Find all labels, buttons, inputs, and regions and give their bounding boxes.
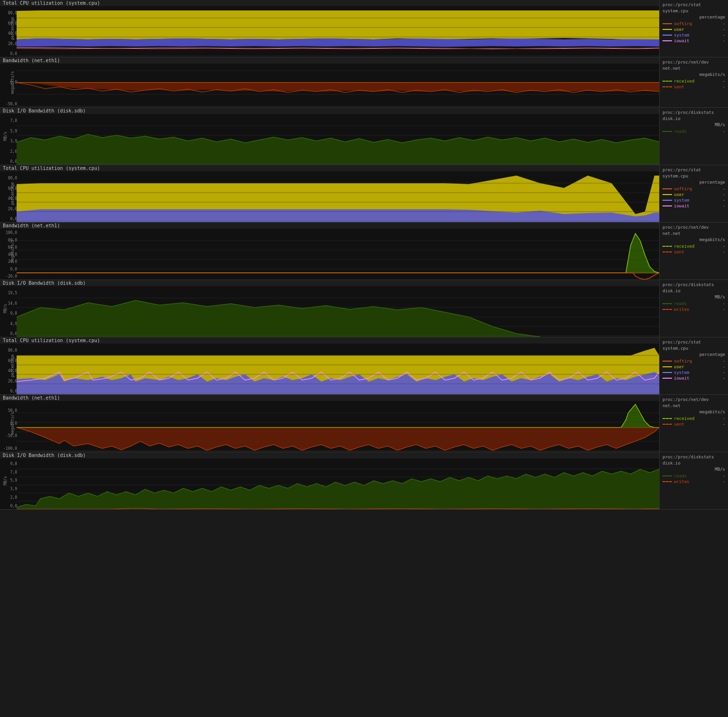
- sidebar-unit-cpu2: percentage: [663, 180, 725, 185]
- svg-marker-1: [17, 38, 659, 47]
- y-axis-bw2: 120,0100,080,060,040,020,00,0-20,0: [0, 223, 18, 279]
- chart-title-disk1: Disk I/O Bandwidth (disk.sdb): [0, 108, 659, 114]
- chart-main-cpu2: Total CPU utilization (system.cpu) 100,0…: [0, 165, 659, 222]
- legend-received-1: received -: [663, 79, 725, 84]
- y-axis-cpu1: 100,080,060,040,020,00,0: [0, 0, 18, 57]
- legend-sent-1: sent -: [663, 84, 725, 89]
- chart-section-disk1: Disk I/O Bandwidth (disk.sdb) 9,87,85,93…: [0, 108, 728, 165]
- sidebar-source-bw2: proc:/proc/net/dev net.net: [663, 224, 725, 236]
- legend-writes-3: writes -: [663, 479, 725, 484]
- chart-svg-cpu3: [17, 346, 659, 394]
- chart-section-cpu2: Total CPU utilization (system.cpu) 100,0…: [0, 165, 728, 223]
- sidebar-source-disk2: proc:/proc/diskstats disk.io: [663, 282, 725, 294]
- y-axis-disk2: 24,419,514,69,84,90,0: [0, 280, 18, 337]
- axis-label-disk3: MB/s: [3, 476, 8, 485]
- legend-softirq-1: softirq -: [663, 21, 725, 26]
- sidebar-source-cpu1: proc:/proc/stat system.cpu: [663, 2, 725, 14]
- chart-main-disk1: Disk I/O Bandwidth (disk.sdb) 9,87,85,93…: [0, 108, 659, 165]
- sidebar-unit-bw1: megabits/s: [663, 72, 725, 77]
- legend-iowait-2: iowait -: [663, 204, 725, 208]
- chart-main-cpu1: Total CPU utilization (system.cpu) 100,0…: [0, 0, 659, 57]
- axis-label-bw1: megabits/s: [10, 71, 15, 93]
- svg-marker-12: [17, 134, 659, 165]
- chart-sidebar-cpu2: proc:/proc/stat system.cpu percentage so…: [659, 165, 728, 222]
- sidebar-source-disk3: proc:/proc/diskstats disk.io: [663, 454, 725, 466]
- sidebar-unit-cpu3: percentage: [663, 352, 725, 357]
- svg-marker-52: [17, 469, 659, 509]
- legend-softirq-3: softirq -: [663, 359, 725, 363]
- chart-section-cpu1: Total CPU utilization (system.cpu) 100,0…: [0, 0, 728, 57]
- sidebar-unit-bw3: megabits/s: [663, 410, 725, 414]
- chart-sidebar-bw1: proc:/proc/net/dev net.net megabits/s re…: [659, 57, 728, 107]
- legend-reads-2: reads -: [663, 301, 725, 306]
- chart-svg-disk1: [17, 116, 659, 165]
- chart-section-bw2: Bandwidth (net.eth1) 120,0100,080,060,04…: [0, 223, 728, 280]
- legend-system-1: system -: [663, 33, 725, 37]
- axis-label-bw3: megabits/s: [10, 412, 15, 435]
- chart-svg-cpu1: [17, 9, 659, 57]
- chart-sidebar-bw2: proc:/proc/net/dev net.net megabits/s re…: [659, 223, 728, 279]
- axis-label-cpu1: percentage: [10, 17, 15, 40]
- legend-sent-2: sent -: [663, 250, 725, 254]
- chart-title-cpu2: Total CPU utilization (system.cpu): [0, 165, 659, 171]
- sidebar-source-disk1: proc:/proc/diskstats disk.io: [663, 110, 725, 121]
- chart-main-disk3: Disk I/O Bandwidth (disk.sdb) 11,79,87,8…: [0, 452, 659, 509]
- chart-title-bw2: Bandwidth (net.eth1): [0, 223, 659, 229]
- chart-section-bw1: Bandwidth (net.eth1) 50,00,0-50,0 megabi…: [0, 57, 728, 108]
- chart-main-bw3: Bandwidth (net.eth1) 100,050,00,0-50,0-1…: [0, 395, 659, 452]
- svg-marker-45: [621, 404, 659, 428]
- chart-main-disk2: Disk I/O Bandwidth (disk.sdb) 24,419,514…: [0, 280, 659, 337]
- chart-sidebar-disk3: proc:/proc/diskstats disk.io MB/s reads …: [659, 452, 728, 509]
- chart-svg-bw1: [17, 66, 659, 107]
- y-axis-cpu2: 100,080,060,040,020,00,0: [0, 165, 18, 222]
- legend-user-3: user -: [663, 364, 725, 369]
- chart-sidebar-disk1: proc:/proc/diskstats disk.io MB/s reads …: [659, 108, 728, 165]
- chart-svg-bw3: [17, 403, 659, 452]
- legend-softirq-2: softirq -: [663, 186, 725, 191]
- chart-svg-cpu2: [17, 174, 659, 222]
- chart-title-cpu1: Total CPU utilization (system.cpu): [0, 0, 659, 6]
- axis-label-disk1: MB/s: [3, 131, 8, 140]
- svg-marker-46: [17, 428, 659, 450]
- svg-marker-0: [17, 10, 659, 40]
- legend-writes-2: writes -: [663, 307, 725, 312]
- legend-iowait-1: iowait -: [663, 38, 725, 43]
- legend-received-3: received -: [663, 416, 725, 421]
- legend-sent-3: sent -: [663, 422, 725, 427]
- y-axis-disk3: 11,79,87,85,93,92,00,0: [0, 452, 18, 509]
- axis-label-bw2: megabits/s: [10, 240, 15, 262]
- legend-system-2: system -: [663, 198, 725, 203]
- sidebar-unit-disk1: MB/s: [663, 122, 725, 127]
- chart-main-bw1: Bandwidth (net.eth1) 50,00,0-50,0 megabi…: [0, 57, 659, 107]
- chart-main-cpu3: Total CPU utilization (system.cpu) 100,0…: [0, 337, 659, 394]
- chart-svg-disk2: [17, 289, 659, 337]
- axis-label-cpu2: percentage: [10, 182, 15, 205]
- axis-label-disk2: MB/s: [3, 304, 8, 313]
- sidebar-source-cpu2: proc:/proc/stat system.cpu: [663, 167, 725, 179]
- svg-marker-31: [17, 300, 659, 337]
- chart-sidebar-cpu1: proc:/proc/stat system.cpu percentage so…: [659, 0, 728, 57]
- chart-title-bw3: Bandwidth (net.eth1): [0, 395, 659, 401]
- legend-iowait-3: iowait -: [663, 376, 725, 381]
- legend-reads-3: reads -: [663, 474, 725, 478]
- legend-user-1: user -: [663, 27, 725, 32]
- chart-sidebar-bw3: proc:/proc/net/dev net.net megabits/s re…: [659, 395, 728, 452]
- y-axis-bw3: 100,050,00,0-50,0-100,0: [0, 395, 18, 452]
- y-axis-disk1: 9,87,85,93,92,00,0: [0, 108, 18, 165]
- sidebar-unit-disk3: MB/s: [663, 467, 725, 472]
- chart-title-cpu3: Total CPU utilization (system.cpu): [0, 337, 659, 344]
- chart-sidebar-disk2: proc:/proc/diskstats disk.io MB/s reads …: [659, 280, 728, 337]
- chart-section-bw3: Bandwidth (net.eth1) 100,050,00,0-50,0-1…: [0, 395, 728, 452]
- chart-title-disk2: Disk I/O Bandwidth (disk.sdb): [0, 280, 659, 286]
- chart-section-disk2: Disk I/O Bandwidth (disk.sdb) 24,419,514…: [0, 280, 728, 337]
- chart-sidebar-cpu3: proc:/proc/stat system.cpu percentage so…: [659, 337, 728, 394]
- chart-section-cpu3: Total CPU utilization (system.cpu) 100,0…: [0, 337, 728, 395]
- chart-title-disk3: Disk I/O Bandwidth (disk.sdb): [0, 452, 659, 458]
- y-axis-bw1: 50,00,0-50,0: [0, 57, 18, 107]
- sidebar-source-bw3: proc:/proc/net/dev net.net: [663, 397, 725, 409]
- sidebar-unit-bw2: megabits/s: [663, 237, 725, 242]
- legend-user-2: user -: [663, 192, 725, 197]
- chart-svg-bw2: [17, 231, 659, 279]
- legend-system-3: system -: [663, 370, 725, 375]
- axis-label-cpu3: percentage: [10, 354, 15, 377]
